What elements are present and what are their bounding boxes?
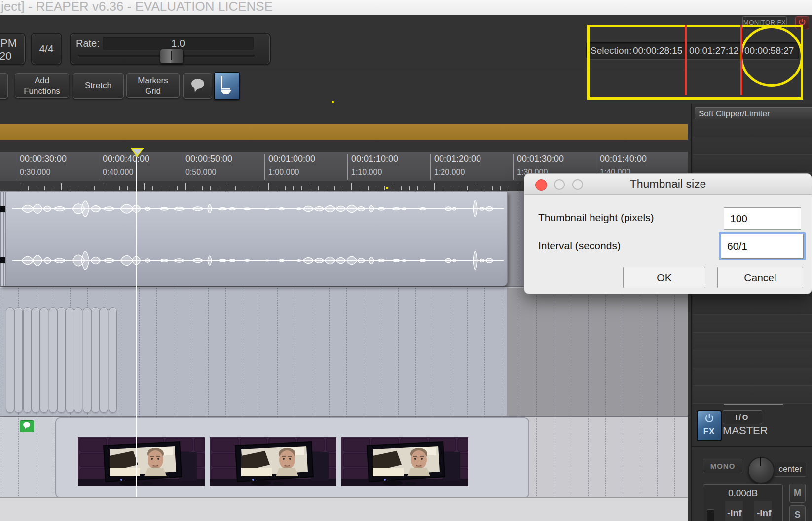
pill[interactable] — [91, 307, 100, 413]
rate-label: Rate: — [76, 38, 100, 49]
rtick — [94, 186, 95, 190]
fx-empty-slot[interactable] — [693, 315, 812, 333]
mute-label: M — [794, 488, 801, 498]
rtick tall — [185, 183, 186, 190]
audio-item[interactable] — [0, 192, 508, 286]
selection-length: 00:00:58:27 — [744, 42, 794, 59]
fx-empty-slot[interactable] — [693, 386, 812, 404]
zoom-button[interactable] — [572, 179, 583, 190]
rtick — [119, 186, 120, 190]
pill[interactable] — [74, 307, 82, 413]
rtick — [277, 186, 277, 190]
stereo-waveform — [0, 192, 507, 286]
video-thumbnail — [210, 437, 336, 486]
rtick — [467, 186, 468, 190]
pill[interactable] — [32, 307, 40, 413]
time-signature-value: 4/4 — [39, 43, 53, 54]
fx-empty-slot[interactable] — [693, 119, 812, 137]
fx-empty-slot[interactable] — [693, 155, 812, 173]
edit-cursor-marker[interactable] — [131, 148, 144, 157]
fx-empty-slot[interactable] — [693, 297, 812, 315]
autoscroll-view-button[interactable] — [214, 72, 240, 100]
markers-grid-line1: Markers — [127, 75, 179, 86]
bpm-box[interactable]: PM 20 — [0, 34, 25, 64]
io-label: I/O — [735, 413, 749, 421]
track-divider[interactable] — [0, 416, 688, 417]
interval-input[interactable] — [721, 234, 804, 259]
toolbar-partial-button[interactable] — [0, 73, 8, 99]
close-button[interactable] — [535, 179, 547, 191]
rtick — [409, 186, 410, 190]
master-io-button[interactable]: I/O — [723, 410, 762, 424]
pill[interactable] — [57, 307, 66, 413]
item-note-icon[interactable] — [20, 420, 34, 432]
pill[interactable] — [23, 307, 32, 413]
stretch-button[interactable]: Stretch — [73, 73, 124, 99]
time-signature-box[interactable]: 4/4 — [32, 34, 61, 64]
fx-empty-slot[interactable] — [693, 137, 812, 155]
stretch-label: Stretch — [85, 81, 111, 90]
pill[interactable] — [66, 307, 74, 413]
master-fx-panel: Soft Clipper/Limiter FX I/O MASTER MONO … — [691, 104, 812, 521]
fx-empty-slot[interactable] — [693, 333, 812, 350]
pill[interactable] — [49, 307, 57, 413]
midi-pill-lane[interactable] — [0, 307, 128, 412]
pan-knob[interactable] — [748, 457, 775, 484]
fx-slot-soft-clipper[interactable]: Soft Clipper/Limiter — [695, 107, 812, 120]
rtick tall — [351, 183, 352, 190]
thumbnail-height-input[interactable] — [724, 207, 801, 230]
mute-button[interactable]: M — [789, 484, 806, 503]
rtick — [285, 186, 286, 190]
rtick — [210, 186, 211, 190]
markers-grid-button[interactable]: Markers Grid — [126, 73, 180, 98]
rtick — [401, 186, 402, 190]
rtick — [451, 186, 451, 190]
mono-button[interactable]: MONO — [703, 459, 742, 473]
monitor-fx-power-button[interactable] — [795, 16, 809, 29]
pill[interactable] — [83, 307, 91, 413]
fx-slot-label: Soft Clipper/Limiter — [699, 109, 770, 118]
add-functions-button[interactable]: Add Functions — [15, 73, 69, 98]
monitor-fx-button[interactable]: MONITOR FX — [742, 16, 787, 29]
rtick — [152, 186, 153, 190]
pill[interactable] — [40, 307, 48, 413]
playhead-cursor[interactable] — [136, 157, 137, 497]
solo-button[interactable]: S — [789, 505, 806, 521]
add-functions-line2: Functions — [15, 86, 69, 96]
video-item[interactable] — [55, 417, 529, 498]
loop-region-bar[interactable] — [0, 124, 688, 140]
selection-readout[interactable]: Selection: 00:00:28:15 00:01:27:12 00:00… — [586, 42, 799, 59]
interval-label: Interval (seconds) — [538, 240, 621, 252]
ok-button[interactable]: OK — [623, 267, 705, 288]
empty-track-strip[interactable] — [0, 497, 688, 521]
cancel-button[interactable]: Cancel — [717, 267, 803, 288]
annotation-red-line — [740, 25, 742, 95]
rtick — [459, 186, 459, 190]
notes-bubble-button[interactable] — [183, 73, 212, 99]
rtick tall — [61, 183, 62, 190]
rtick — [219, 186, 219, 190]
pill[interactable] — [14, 307, 23, 413]
fx-empty-slot[interactable] — [693, 350, 812, 368]
rate-value: 1.0 — [171, 38, 185, 49]
master-volume-box[interactable]: 0.00dB -inf -inf — [703, 484, 783, 521]
panel-resize-handle[interactable] — [724, 404, 783, 405]
rtick — [426, 186, 426, 190]
dialog-titlebar[interactable]: Thumbnail size — [524, 174, 812, 195]
reaper-window: ject] - REAPER v6.36 - EVALUATION LICENS… — [0, 0, 812, 521]
master-fx-button[interactable]: FX — [697, 410, 722, 441]
minimize-button[interactable] — [554, 179, 565, 190]
volume-fader-handle[interactable] — [707, 509, 714, 521]
pill[interactable] — [100, 307, 108, 413]
pill[interactable] — [6, 307, 14, 413]
selection-label: Selection: — [591, 42, 631, 59]
rtick — [376, 186, 376, 190]
bpm-value-text: 20 — [0, 50, 11, 63]
rtick — [443, 186, 443, 190]
rate-slider-handle[interactable] — [160, 49, 184, 64]
fx-empty-slot[interactable] — [693, 368, 812, 386]
volume-value: 0.00dB — [703, 488, 782, 499]
pill[interactable] — [109, 307, 117, 413]
rtick — [202, 186, 203, 190]
rtick — [318, 186, 319, 190]
